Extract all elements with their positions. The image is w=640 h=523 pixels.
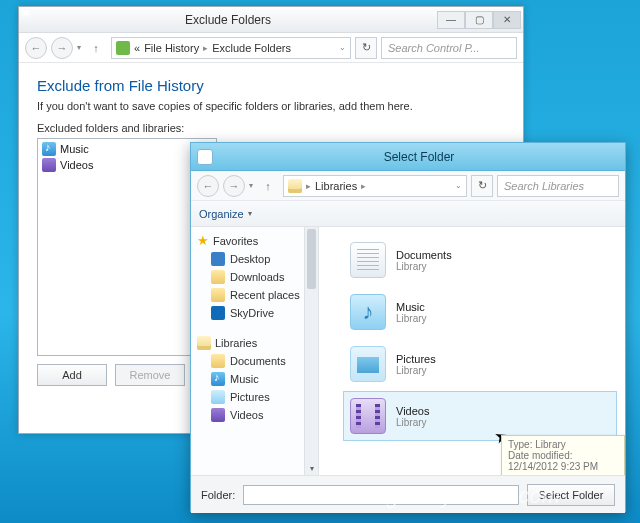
window-titlebar[interactable]: Exclude Folders — ▢ ✕ [19,7,523,33]
desktop-background: Exclude Folders — ▢ ✕ ← → ▾ ↑ « File His… [0,0,640,523]
up-button[interactable]: ↑ [85,37,107,59]
pictures-icon [350,346,386,382]
list-item-label: Videos [60,159,93,171]
page-description: If you don't want to save copies of spec… [37,100,505,112]
library-item-documents[interactable]: DocumentsLibrary [343,235,617,285]
breadcrumb-root[interactable]: Libraries [315,180,357,192]
video-icon [42,158,56,172]
sidebar-item-music[interactable]: Music [195,370,314,388]
scrollbar[interactable]: ▴ ▾ [304,227,318,475]
sidebar-item-pictures[interactable]: Pictures [195,388,314,406]
select-folder-dialog: Select Folder ← → ▾ ↑ ▸ Libraries ▸ ⌄ ↻ … [190,142,626,512]
library-item-videos[interactable]: VideosLibrary [343,391,617,441]
refresh-button[interactable]: ↻ [471,175,493,197]
search-input[interactable]: Search Libraries [497,175,619,197]
documents-icon [350,242,386,278]
sidebar-item-documents[interactable]: Documents [195,352,314,370]
up-button[interactable]: ↑ [257,175,279,197]
window-title: Exclude Folders [19,13,437,27]
dialog-footer: Folder: Select Folder [191,475,625,513]
chevron-right-icon: ▸ [306,181,311,191]
folder-name-input[interactable] [243,485,519,505]
sidebar-section-favorites[interactable]: ★ Favorites [195,231,314,250]
chevron-right-icon: ▸ [361,181,366,191]
documents-icon [211,354,225,368]
pictures-icon [211,390,225,404]
address-dropdown-icon[interactable]: ⌄ [455,181,462,190]
page-heading: Exclude from File History [37,77,505,94]
libraries-icon [197,336,211,350]
library-item-pictures[interactable]: PicturesLibrary [343,339,617,389]
select-folder-button[interactable]: Select Folder [527,484,615,506]
tooltip: Type: Library Date modified: 12/14/2012 … [501,435,625,475]
sidebar-item-recent[interactable]: Recent places [195,286,314,304]
remove-button: Remove [115,364,185,386]
back-button[interactable]: ← [25,37,47,59]
folder-icon [211,270,225,284]
library-item-music[interactable]: MusicLibrary [343,287,617,337]
skydrive-icon [211,306,225,320]
dialog-icon [197,149,213,165]
folder-icon [211,288,225,302]
address-bar[interactable]: ▸ Libraries ▸ ⌄ [283,175,467,197]
breadcrumb-root-prefix: « [134,42,140,54]
video-icon [211,408,225,422]
list-item-label: Music [60,143,89,155]
forward-button[interactable]: → [51,37,73,59]
back-button[interactable]: ← [197,175,219,197]
close-button[interactable]: ✕ [493,11,521,29]
navigation-bar: ← → ▾ ↑ « File History ▸ Exclude Folders… [19,33,523,63]
sidebar-item-skydrive[interactable]: SkyDrive [195,304,314,322]
list-label: Excluded folders and libraries: [37,122,505,134]
breadcrumb-current[interactable]: Exclude Folders [212,42,291,54]
navigation-bar: ← → ▾ ↑ ▸ Libraries ▸ ⌄ ↻ Search Librari… [191,171,625,201]
music-icon [350,294,386,330]
navigation-pane: ★ Favorites Desktop Downloads Recent pla… [191,227,319,475]
breadcrumb-root[interactable]: File History [144,42,199,54]
list-item[interactable]: Music [40,141,214,157]
chevron-right-icon: ▸ [203,43,208,53]
desktop-icon [211,252,225,266]
dropdown-icon[interactable]: ▾ [249,181,253,190]
add-button[interactable]: Add [37,364,107,386]
organize-menu[interactable]: Organize [199,208,244,220]
music-icon [42,142,56,156]
dropdown-icon[interactable]: ▾ [248,209,252,218]
list-item[interactable]: Videos [40,157,214,173]
maximize-button[interactable]: ▢ [465,11,493,29]
sidebar-item-videos[interactable]: Videos [195,406,314,424]
forward-button[interactable]: → [223,175,245,197]
refresh-button[interactable]: ↻ [355,37,377,59]
dropdown-icon[interactable]: ▾ [77,43,81,52]
libraries-icon [288,179,302,193]
folder-label: Folder: [201,489,235,501]
folder-content: DocumentsLibrary MusicLibrary PicturesLi… [319,227,625,475]
dialog-titlebar[interactable]: Select Folder [191,143,625,171]
minimize-button[interactable]: — [437,11,465,29]
address-dropdown-icon[interactable]: ⌄ [339,43,346,52]
address-bar[interactable]: « File History ▸ Exclude Folders ⌄ [111,37,351,59]
sidebar-section-libraries[interactable]: Libraries [195,334,314,352]
scroll-down-icon[interactable]: ▾ [305,461,318,475]
sidebar-item-desktop[interactable]: Desktop [195,250,314,268]
control-panel-icon [116,41,130,55]
sidebar-item-downloads[interactable]: Downloads [195,268,314,286]
toolbar: Organize ▾ [191,201,625,227]
video-icon [350,398,386,434]
search-input[interactable]: Search Control P... [381,37,517,59]
music-icon [211,372,225,386]
scroll-thumb[interactable] [307,229,316,289]
dialog-title: Select Folder [213,150,625,164]
